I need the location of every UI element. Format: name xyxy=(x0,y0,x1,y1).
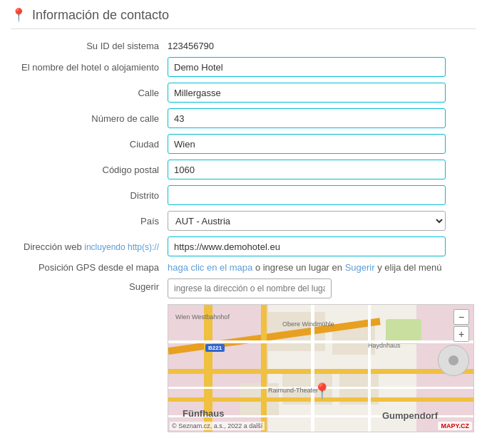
city-input[interactable] xyxy=(168,134,446,154)
postal-code-input[interactable] xyxy=(168,160,446,179)
route-badge: B221 xyxy=(205,344,225,352)
country-row: País AUT - Austria DEU - Germany CHE - S… xyxy=(11,211,476,231)
system-id-label: Su ID del sistema xyxy=(11,41,168,51)
district-row: Distrito xyxy=(11,185,476,205)
street-label: Calle xyxy=(11,88,168,98)
city-row: Ciudad xyxy=(11,134,476,154)
horizontal-road-1 xyxy=(168,369,473,374)
street-input[interactable] xyxy=(168,83,446,103)
system-id-value: 123456790 xyxy=(168,41,214,51)
suggest-label: Sugerir xyxy=(11,278,168,292)
gps-instruction: haga clic en el mapa o ingrese un lugar … xyxy=(168,262,442,273)
hotel-name-label: El nombre del hotel o alojamiento xyxy=(11,62,168,73)
website-row: Dirección web incluyendo http(s):// xyxy=(11,236,476,256)
raimund-label: Raimund-Theater xyxy=(268,387,318,394)
suggest-input[interactable] xyxy=(168,278,332,298)
map-zoom-controls: − + xyxy=(453,309,469,342)
suggest-row: Sugerir xyxy=(11,278,476,298)
website-input[interactable] xyxy=(168,236,446,256)
street-number-row: Número de calle xyxy=(11,108,476,128)
nav-circle xyxy=(438,345,469,376)
map-nav-control[interactable] xyxy=(438,345,469,376)
map-background: B221 Fünfhaus Gumpendorf Obere Windmühle… xyxy=(168,305,473,432)
district-input[interactable] xyxy=(168,185,446,205)
country-select[interactable]: AUT - Austria DEU - Germany CHE - Switze… xyxy=(168,211,446,231)
section-title: Información de contacto xyxy=(32,8,169,23)
haydnhaus-label: Haydnhaus xyxy=(368,342,401,349)
gps-label: Posición GPS desde el mapa xyxy=(11,262,168,273)
system-id-row: Su ID del sistema 123456790 xyxy=(11,41,476,51)
westbahnhof-label: Wien Westbahnhof xyxy=(175,313,230,321)
street-row: Calle xyxy=(11,83,476,103)
website-label: Dirección web incluyendo http(s):// xyxy=(11,241,168,252)
white-road-2 xyxy=(368,305,371,432)
country-label: País xyxy=(11,216,168,226)
city-label: Ciudad xyxy=(11,139,168,150)
white-road-h1 xyxy=(168,340,473,343)
street-number-label: Número de calle xyxy=(11,113,168,124)
vertical-road-2 xyxy=(261,305,267,432)
nav-center xyxy=(448,355,458,365)
hotel-name-row: El nombre del hotel o alojamiento xyxy=(11,57,476,77)
pin-icon: 📍 xyxy=(11,7,26,23)
mapy-logo: MAPY.CZ xyxy=(438,422,472,430)
district-label: Distrito xyxy=(11,190,168,201)
gps-row: Posición GPS desde el mapa haga clic en … xyxy=(11,262,476,273)
gumpendorf-label: Gumpendorf xyxy=(382,410,438,421)
obere-windmuhle-label: Obere Windmühle xyxy=(282,321,334,328)
map-container[interactable]: B221 Fünfhaus Gumpendorf Obere Windmühle… xyxy=(168,304,474,432)
postal-code-label: Código postal xyxy=(11,165,168,175)
map-copyright: © Seznam.cz, a.s., 2022 a další xyxy=(170,422,265,430)
contact-info-page: 📍 Información de contacto Su ID del sist… xyxy=(0,0,487,439)
map-pin: 📍 xyxy=(312,382,332,401)
zoom-in-button[interactable]: + xyxy=(453,326,469,342)
funfhaus-label: Fünfhaus xyxy=(183,408,225,419)
zoom-out-button[interactable]: − xyxy=(453,309,469,325)
street-number-input[interactable] xyxy=(168,108,446,128)
section-header: 📍 Información de contacto xyxy=(11,7,476,29)
hotel-name-input[interactable] xyxy=(168,57,446,77)
postal-code-row: Código postal xyxy=(11,160,476,179)
gps-map-link[interactable]: haga clic en el mapa xyxy=(168,262,252,273)
